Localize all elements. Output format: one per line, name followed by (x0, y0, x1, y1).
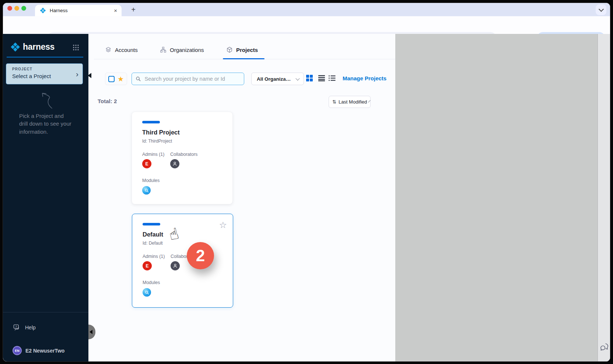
sort-arrows-icon: ⇅ (332, 99, 336, 105)
module-icon[interactable] (143, 288, 151, 297)
organization-filter-dropdown[interactable]: All Organiza… (251, 73, 304, 85)
admins-label: Admins (1) (142, 152, 164, 157)
project-color-bar (142, 121, 160, 123)
search-icon (136, 76, 141, 82)
collapse-arrow-icon (90, 330, 92, 334)
module-icon[interactable] (142, 186, 151, 195)
screenshot-stage: Harness × + ← → ↻ app.harness.io/ng/acco… (0, 0, 613, 364)
help-button[interactable]: ? Help (13, 324, 36, 331)
traffic-light-zoom[interactable] (21, 6, 26, 11)
sort-dropdown[interactable]: ⇅ Last Modified (329, 96, 371, 108)
pointer-cursor-icon: ☝ (167, 224, 181, 244)
module-magnifier-glyph (144, 188, 149, 193)
tab-title: Harness (50, 8, 67, 13)
admin-avatar[interactable]: E (143, 261, 152, 270)
sidebar-accent-divider (7, 57, 83, 57)
project-cube-icon (226, 46, 233, 53)
tab-organizations[interactable]: Organizations (160, 46, 204, 53)
chevron-down-icon (598, 6, 603, 11)
tab-accounts[interactable]: Accounts (105, 46, 138, 53)
browser-tab[interactable]: Harness × (35, 5, 122, 16)
collaborators-label: Collaborators (170, 152, 197, 157)
help-label: Help (25, 325, 36, 330)
harness-logo-icon (10, 42, 20, 52)
sidebar-bottom-divider (3, 312, 88, 312)
manage-projects-link[interactable]: Manage Projects (343, 75, 386, 81)
harness-favicon (40, 7, 46, 14)
modules-label: Modules (142, 178, 160, 183)
tab-search-button[interactable] (596, 4, 606, 15)
harness-brand[interactable]: harness (10, 42, 55, 52)
favorites-star-icon[interactable]: ★ (118, 76, 124, 83)
project-id: Id: Default (143, 241, 163, 246)
browser-tab-strip: Harness × + (3, 3, 610, 16)
project-color-bar (143, 223, 160, 225)
user-avatar: EN (13, 346, 22, 355)
admin-avatar[interactable]: E (142, 159, 151, 168)
feedback-chat-icon[interactable] (600, 343, 609, 351)
compact-list-view-button[interactable] (328, 74, 336, 82)
person-icon (172, 161, 177, 166)
tab-accounts-label: Accounts (115, 47, 138, 53)
browser-toolbar: ← → ↻ app.harness.io/ng/account/YWdkwNPi… (3, 16, 610, 34)
annotation-step-badge: 2 (187, 242, 214, 269)
user-name: E2 NewuserTwo (25, 348, 64, 354)
scope-tabs: Accounts Organizations (94, 45, 395, 59)
right-edge-panel (598, 34, 610, 361)
grid-view-button[interactable] (306, 74, 313, 82)
app-grid-icon[interactable] (73, 44, 79, 51)
sort-value: Last Modified (339, 99, 367, 105)
active-tab-underline (223, 58, 265, 59)
list-view-button[interactable] (318, 74, 325, 82)
project-title: Third Project (142, 129, 180, 136)
project-search (132, 73, 244, 85)
traffic-light-minimize[interactable] (14, 6, 19, 11)
browser-window: Harness × + ← → ↻ app.harness.io/ng/acco… (3, 3, 610, 361)
project-id: Id: ThirdProject (142, 139, 172, 144)
tab-organizations-label: Organizations (170, 47, 204, 53)
favorites-filter: ★ (105, 73, 127, 85)
brand-wordmark: harness (23, 42, 55, 52)
project-selector-label: PROJECT (12, 67, 32, 71)
collaborator-invite-avatar[interactable] (171, 261, 180, 270)
organization-filter-value: All Organiza… (257, 76, 291, 82)
favorites-checkbox[interactable] (108, 76, 115, 82)
search-input[interactable] (144, 76, 241, 82)
help-chat-icon: ? (13, 324, 21, 331)
page-content: harness PROJECT Select a Project › (3, 34, 610, 361)
chevron-down-icon (368, 100, 371, 102)
module-magnifier-glyph (145, 290, 149, 295)
project-card-third-project[interactable]: Third Project Id: ThirdProject Admins (1… (132, 112, 232, 204)
modules-label: Modules (143, 280, 160, 285)
sidebar: harness PROJECT Select a Project › (3, 34, 88, 361)
user-account-button[interactable]: EN E2 NewuserTwo (13, 346, 64, 355)
project-title: Default (143, 231, 163, 238)
project-selector-value: Select a Project (12, 73, 51, 79)
tab-projects-label: Projects (236, 47, 258, 53)
project-card-default[interactable]: ☆ Default Id: Default Admins (1) Collabo… (132, 214, 233, 308)
new-tab-button[interactable]: + (128, 5, 139, 15)
collaborator-invite-avatar[interactable] (170, 159, 179, 168)
admins-label: Admins (1) (143, 254, 165, 259)
favorite-star-icon[interactable]: ☆ (219, 221, 227, 230)
account-layers-icon (105, 46, 112, 53)
org-chart-icon (160, 46, 167, 53)
project-selector[interactable]: PROJECT Select a Project › (6, 63, 83, 84)
chevron-down-icon (295, 76, 300, 80)
sidebar-collapse-handle[interactable] (88, 325, 95, 339)
sidebar-helper-text: Pick a Project and drill down to see you… (19, 112, 80, 136)
tab-projects[interactable]: Projects (226, 46, 258, 53)
traffic-light-close[interactable] (7, 6, 12, 11)
doodle-arrow (38, 91, 55, 110)
empty-gray-area (395, 34, 598, 361)
svg-text:?: ? (15, 325, 17, 328)
person-icon (173, 263, 178, 268)
tab-close-icon[interactable]: × (114, 7, 117, 14)
project-selector-pointer (88, 73, 91, 78)
chevron-right-icon: › (76, 70, 78, 78)
total-count: Total: 2 (98, 98, 117, 104)
